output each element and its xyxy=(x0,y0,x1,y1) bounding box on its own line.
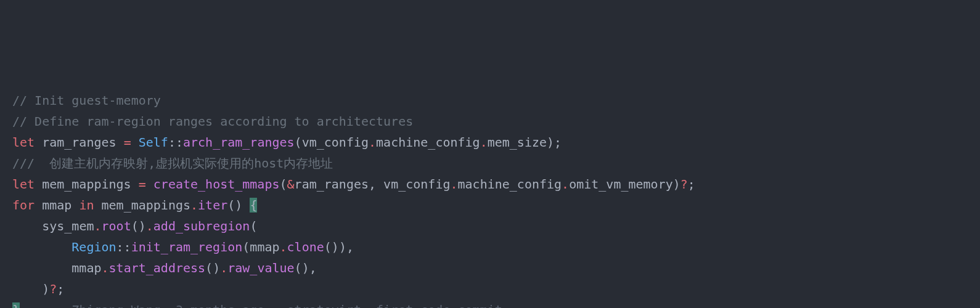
paren-close: ) xyxy=(673,177,680,192)
argument: vm_config xyxy=(302,135,369,150)
function-name: clone xyxy=(287,240,324,254)
comment: // Define ram-region ranges according to… xyxy=(12,114,413,129)
keyword-let: let xyxy=(12,135,35,150)
code-line-7: sys_mem.root().add_subregion( xyxy=(12,216,968,237)
argument: vm_config xyxy=(383,177,450,192)
parens: () xyxy=(131,219,146,233)
ampersand: & xyxy=(287,177,295,192)
dot: . xyxy=(102,261,109,275)
dot: . xyxy=(480,135,488,150)
paren-close: ) xyxy=(235,198,242,213)
doc-comment: /// 创建主机内存映射,虚拟机实际使用的host内存地址 xyxy=(12,156,333,171)
semicolon: ; xyxy=(688,177,695,192)
indent xyxy=(12,282,42,296)
paren-open: ( xyxy=(250,219,257,233)
comma: , xyxy=(369,177,383,192)
code-editor[interactable]: // Init guest-memory// Define ram-region… xyxy=(12,90,968,308)
function-name: add_subregion xyxy=(153,219,250,233)
dot: . xyxy=(220,261,227,275)
comment: // Init guest-memory xyxy=(12,93,161,108)
paren-close: ) xyxy=(339,240,346,254)
comma: , xyxy=(309,261,317,275)
git-blame-annotation: Zhigang Wang, 3 months ago • stratovirt:… xyxy=(71,302,502,308)
dot: . xyxy=(450,177,457,192)
code-line-2: // Define ram-region ranges according to… xyxy=(12,111,968,132)
code-line-11: } Zhigang Wang, 3 months ago • stratovir… xyxy=(12,299,968,308)
paren-open: ( xyxy=(242,240,250,254)
double-colon: :: xyxy=(116,240,131,254)
semicolon: ; xyxy=(57,282,64,296)
argument: machine_config xyxy=(376,135,480,150)
dot: . xyxy=(146,219,153,233)
variable: sys_mem xyxy=(42,219,94,233)
brace-close-highlighted: } xyxy=(12,302,20,308)
argument: omit_vm_memory xyxy=(569,177,673,192)
dot: . xyxy=(94,219,101,233)
indent xyxy=(12,261,71,275)
indent xyxy=(12,219,42,233)
parens: () xyxy=(205,261,220,275)
brace-open-highlighted: { xyxy=(250,198,257,213)
code-line-6: for mmap in mem_mappings.iter() { xyxy=(12,195,968,216)
function-name: root xyxy=(102,219,131,233)
question-mark: ? xyxy=(49,282,57,296)
code-line-5: let mem_mappings = create_host_mmaps(&ra… xyxy=(12,174,968,195)
keyword-in: in xyxy=(79,198,94,213)
variable: ram_ranges xyxy=(35,135,124,150)
function-name: arch_ram_ranges xyxy=(183,135,295,150)
parens: () xyxy=(324,240,339,254)
indent xyxy=(12,240,71,254)
argument: mem_size xyxy=(488,135,547,150)
code-line-3: let ram_ranges = Self::arch_ram_ranges(v… xyxy=(12,132,968,153)
function-name: start_address xyxy=(109,261,206,275)
paren-open: ( xyxy=(295,135,302,150)
double-colon: :: xyxy=(168,135,183,150)
function-name: raw_value xyxy=(227,261,294,275)
paren-close: ) xyxy=(547,135,554,150)
argument: mmap xyxy=(250,240,279,254)
semicolon: ; xyxy=(554,135,561,150)
variable: mem_mappings xyxy=(35,177,139,192)
paren-close: ) xyxy=(42,282,49,296)
dot: . xyxy=(369,135,376,150)
keyword-let: let xyxy=(12,177,35,192)
argument: ram_ranges xyxy=(295,177,369,192)
code-line-9: mmap.start_address().raw_value(), xyxy=(12,257,968,278)
dot: . xyxy=(561,177,569,192)
paren-open: ( xyxy=(280,177,287,192)
question-mark: ? xyxy=(680,177,688,192)
code-line-10: )?; xyxy=(12,278,968,299)
keyword-for: for xyxy=(12,198,35,213)
dot: . xyxy=(280,240,287,254)
type-self: Self xyxy=(139,135,168,150)
dot: . xyxy=(190,198,198,213)
function-name: init_ram_region xyxy=(131,240,243,254)
function-name: iter xyxy=(198,198,227,213)
function-name: create_host_mmaps xyxy=(153,177,280,192)
operator-equals: = xyxy=(124,135,131,150)
argument: machine_config xyxy=(458,177,562,192)
paren-open: ( xyxy=(227,198,235,213)
code-line-4: /// 创建主机内存映射,虚拟机实际使用的host内存地址 xyxy=(12,153,968,174)
variable: mmap xyxy=(35,198,79,213)
parens: () xyxy=(295,261,309,275)
variable: mmap xyxy=(71,261,101,275)
comma: , xyxy=(346,240,354,254)
variable: mem_mappings xyxy=(94,198,190,213)
operator-equals: = xyxy=(139,177,146,192)
code-line-8: Region::init_ram_region(mmap.clone()), xyxy=(12,237,968,257)
code-line-1: // Init guest-memory xyxy=(12,90,968,111)
type-region: Region xyxy=(71,240,116,254)
